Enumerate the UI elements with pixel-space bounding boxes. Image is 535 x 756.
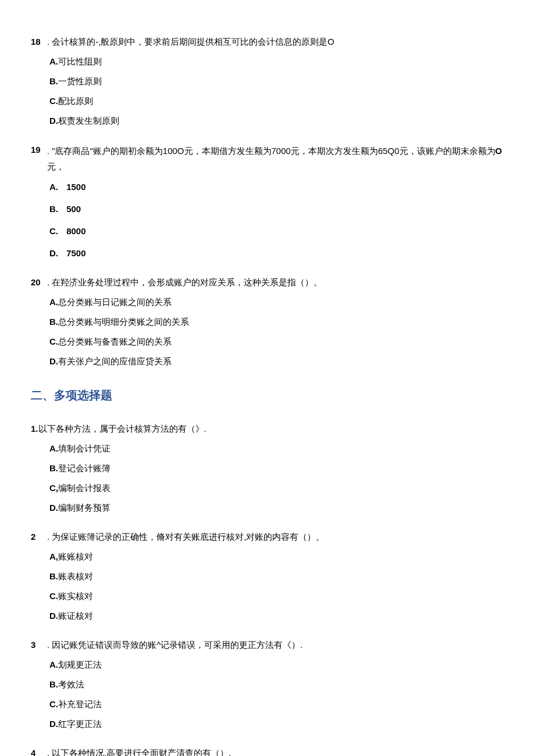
question-stem: 在羟济业务处理过程中，会形成账户的对应关系，这种关系是指（）。 [52, 277, 322, 287]
option-label: B. [49, 317, 58, 327]
question-stem-tail: O [495, 146, 502, 156]
question-dot: . [47, 37, 49, 46]
option-label: B. [49, 76, 58, 86]
option-label: D. [49, 719, 58, 729]
option-text: 考效法 [58, 679, 84, 689]
option-text: 划规更正法 [58, 660, 102, 669]
question-stem-wrap: ."底存商品"账户的期初余额为100O元，本期借方发生额为7000元，本期次方发… [47, 143, 504, 174]
option: D.权责发生制原则 [49, 114, 504, 128]
question-header: 20.在羟济业务处理过程中，会形成账户的对应关系，这种关系是指（）。 [31, 275, 504, 289]
option-text: 补充登记法 [58, 699, 102, 709]
option: A.总分类账与日记账之间的关系 [49, 295, 504, 309]
question-header: 19."底存商品"账户的期初余额为100O元，本期借方发生额为7000元，本期次… [31, 143, 504, 174]
option: D. 7500 [49, 246, 504, 260]
option-text: 配比原则 [58, 96, 93, 106]
question-header: 4.以下各种情况,高要进行全面财产清查的有（）. [31, 746, 504, 756]
option: A.填制会计凭证 [49, 442, 504, 456]
option-text: 账证核对 [58, 611, 93, 621]
question-stem-wrap: .在羟济业务处理过程中，会形成账户的对应关系，这种关系是指（）。 [47, 275, 504, 289]
option: A.划规更正法 [49, 658, 504, 672]
option-label: A. [49, 56, 58, 66]
option: B.考效法 [49, 678, 504, 691]
question: 19."底存商品"账户的期初余额为100O元，本期借方发生额为7000元，本期次… [31, 143, 504, 260]
question-dot: . [47, 532, 49, 542]
option-label: B. [49, 204, 58, 214]
option: C.配比原则 [49, 94, 504, 108]
option-label: B. [49, 679, 58, 689]
option-text: 7500 [66, 248, 85, 258]
option-label: C, [49, 483, 58, 493]
option-label: A. [49, 660, 58, 669]
question-dot: . [47, 277, 49, 287]
option-text: 总分类账与备杳账之间的关系 [58, 336, 172, 346]
question: 18.会计核算的-,般原则中，要求前后期间提供相互可比的会计信息的原则是OA.可… [31, 35, 504, 128]
option-text: 权责发生制原则 [58, 116, 119, 126]
question-stem-wrap: .会计核算的-,般原则中，要求前后期间提供相互可比的会计信息的原则是O [47, 35, 504, 49]
option: D.编制财务预算 [49, 501, 504, 515]
option: A,账账核对 [49, 550, 504, 564]
option-label: C. [49, 226, 58, 236]
option-label: A. [49, 443, 58, 453]
question-s2-1: 1.以下各种方法，属于会计核算方法的有（》. A.填制会计凭证B.登记会计账簿C… [31, 422, 504, 515]
option-label: A. [49, 297, 58, 307]
question-stem-wrap: .以下各种情况,高要进行全面财产清查的有（）. [47, 746, 504, 756]
option-label: C. [49, 699, 58, 709]
option-text: 总分类账与明细分类账之间的关系 [58, 317, 189, 327]
options: A.总分类账与日记账之间的关系B.总分类账与明细分类账之间的关系C.总分类账与备… [49, 295, 504, 368]
option-label: C. [49, 591, 58, 601]
option-text: 红字更正法 [58, 719, 102, 729]
question-stem: 以下各种方法，属于会计核算方法的有（》. [38, 424, 206, 433]
option-text: 账实核对 [58, 591, 93, 601]
option: C. 8000 [49, 224, 504, 238]
option-label: D. [49, 611, 58, 621]
option-label: A, [49, 551, 58, 561]
option: D.有关张户之间的应借应贷关系 [49, 354, 504, 368]
options: A,账账核对B.账表核对C.账实核对D.账证核对 [49, 550, 504, 623]
section-title-multi: 二、多项选择题 [31, 386, 504, 404]
question-header: 18.会计核算的-,般原则中，要求前后期间提供相互可比的会计信息的原则是O [31, 35, 504, 49]
option-text: 1500 [66, 182, 85, 192]
question-number: 4 [31, 746, 47, 756]
option-label: C. [49, 96, 58, 106]
option-label: D. [49, 356, 58, 366]
option-text: 账账核对 [58, 551, 93, 561]
option: D.账证核对 [49, 609, 504, 623]
option: B.登记会计账簿 [49, 461, 504, 475]
option: B.总分类账与明细分类账之间的关系 [49, 315, 504, 329]
question-number: 1. [31, 424, 38, 433]
option: B. 500 [49, 202, 504, 216]
option-label: D. [49, 503, 58, 513]
option: C.账实核对 [49, 589, 504, 603]
question-number: 3 [31, 638, 47, 652]
option: A.可比性阻则 [49, 55, 504, 69]
question-dot: . [47, 146, 49, 156]
question: 3.因记账凭证错误而导致的账^记录错误，可采用的更正方法有《）.A.划规更正法B… [31, 638, 504, 731]
question-stem-wrap: .为保证账簿记录的正确性，脩对有关账底进行核对,对账的内容有（）。 [47, 530, 504, 544]
option-text: 登记会计账簿 [58, 463, 110, 473]
question-number: 20 [31, 275, 47, 289]
option: A. 1500 [49, 180, 504, 194]
option: C.总分类账与备杳账之间的关系 [49, 335, 504, 349]
question-header: 2.为保证账簿记录的正确性，脩对有关账底进行核对,对账的内容有（）。 [31, 530, 504, 544]
option-text: 可比性阻则 [58, 56, 102, 66]
question-stem: 为保证账簿记录的正确性，脩对有关账底进行核对,对账的内容有（）。 [52, 532, 324, 542]
option-text: 编制会计报表 [58, 483, 110, 493]
option-text: 一货性原则 [58, 76, 102, 86]
option: C.补充登记法 [49, 697, 504, 711]
option-text: 有关张户之间的应借应贷关系 [58, 356, 172, 366]
option: B.一货性原则 [49, 74, 504, 88]
option: B.账表核对 [49, 569, 504, 583]
question-stem: 会计核算的-,般原则中，要求前后期间提供相互可比的会计信息的原则是O [52, 37, 334, 46]
question: 2.为保证账簿记录的正确性，脩对有关账底进行核对,对账的内容有（）。A,账账核对… [31, 530, 504, 623]
option-text: 总分类账与日记账之间的关系 [58, 297, 172, 307]
question-number: 19 [31, 143, 47, 157]
option-text: 500 [66, 204, 81, 214]
option: C,编制会计报表 [49, 481, 504, 495]
option-text: 账表核对 [58, 571, 93, 581]
question-stem: 因记账凭证错误而导致的账^记录错误，可采用的更正方法有《）. [52, 640, 302, 650]
option-text: 填制会计凭证 [58, 443, 110, 453]
options: A. 1500B. 500C. 8000D. 7500 [49, 180, 504, 260]
question-header: 3.因记账凭证错误而导致的账^记录错误，可采用的更正方法有《）. [31, 638, 504, 652]
question-dot: . [47, 640, 49, 650]
option-label: B. [49, 463, 58, 473]
